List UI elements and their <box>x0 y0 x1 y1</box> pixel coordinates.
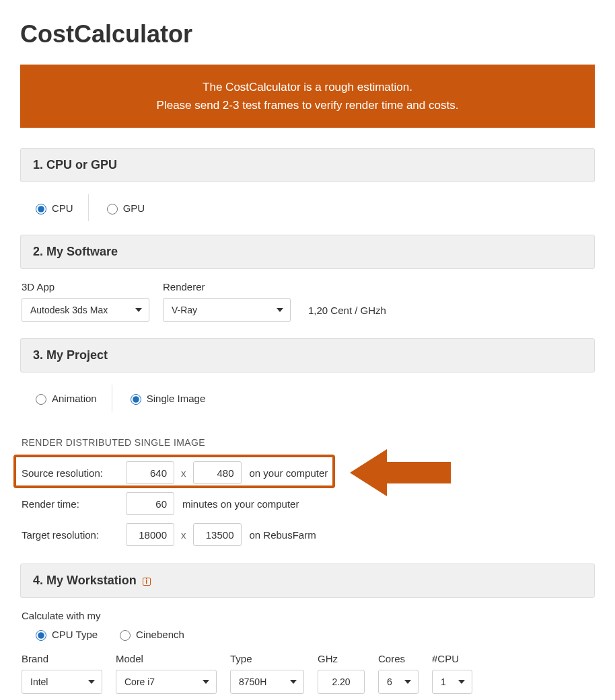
radio-gpu-input[interactable] <box>107 204 118 215</box>
x-separator: x <box>181 467 186 479</box>
info-banner: The CostCalculator is a rough estimation… <box>20 65 595 128</box>
section-4-header: 4. My Workstation i <box>20 563 595 598</box>
radio-cpu-type-label: CPU Type <box>52 629 98 640</box>
render-subheading: RENDER DISTRIBUTED SINGLE IMAGE <box>22 437 595 448</box>
ghz-label: GHz <box>318 653 365 664</box>
radio-cinebench-input[interactable] <box>120 630 131 641</box>
page-title: CostCalculator <box>20 20 595 48</box>
radio-single-image[interactable]: Single Image <box>127 392 206 405</box>
select-brand[interactable]: Intel <box>22 670 102 694</box>
target-width-input[interactable] <box>126 523 174 546</box>
radio-cpu-type-input[interactable] <box>36 630 46 641</box>
brand-label: Brand <box>22 653 102 664</box>
render-time-input[interactable] <box>126 492 174 515</box>
radio-gpu[interactable]: GPU <box>104 202 145 215</box>
select-cores[interactable]: 6 <box>378 670 419 694</box>
type-label: Type <box>230 653 304 664</box>
renderer-label: Renderer <box>163 281 291 293</box>
section-3-header: 3. My Project <box>20 338 595 373</box>
section-4-header-text: 4. My Workstation <box>33 574 137 587</box>
price-text: 1,20 Cent / GHzh <box>308 305 386 316</box>
target-height-input[interactable] <box>193 523 242 546</box>
radio-cpu-type[interactable]: CPU Type <box>32 628 98 641</box>
divider <box>112 385 112 412</box>
target-suffix: on RebusFarm <box>250 529 316 541</box>
model-label: Model <box>116 653 217 664</box>
banner-line2: Please send 2-3 test frames to verify re… <box>34 96 581 114</box>
source-resolution-label: Source resolution: <box>22 467 119 479</box>
section-1-header: 1. CPU or GPU <box>20 148 595 182</box>
divider <box>88 194 89 221</box>
x-separator: x <box>181 529 186 541</box>
ncpu-label: #CPU <box>432 653 472 664</box>
source-height-input[interactable] <box>193 461 242 484</box>
ghz-input[interactable] <box>318 670 365 694</box>
cores-label: Cores <box>378 653 419 664</box>
radio-cpu-input[interactable] <box>36 204 46 215</box>
info-icon[interactable]: i <box>143 578 151 586</box>
select-model[interactable]: Core i7 <box>116 670 217 694</box>
radio-gpu-label: GPU <box>123 202 145 214</box>
radio-cinebench[interactable]: Cinebench <box>116 628 184 641</box>
select-3d-app[interactable]: Autodesk 3ds Max <box>22 298 149 322</box>
radio-cpu[interactable]: CPU <box>32 202 73 215</box>
radio-cpu-label: CPU <box>52 202 73 214</box>
app-label: 3D App <box>22 281 149 293</box>
radio-animation-input[interactable] <box>36 394 46 405</box>
source-suffix: on your computer <box>250 467 328 479</box>
source-width-input[interactable] <box>126 461 174 484</box>
render-time-suffix: minutes on your computer <box>182 498 299 510</box>
select-ncpu[interactable]: 1 <box>432 670 472 694</box>
banner-line1: The CostCalculator is a rough estimation… <box>34 78 581 96</box>
radio-single-image-input[interactable] <box>131 394 141 405</box>
section-2-header: 2. My Software <box>20 235 595 269</box>
select-type[interactable]: 8750H <box>230 670 304 694</box>
target-resolution-label: Target resolution: <box>22 529 119 541</box>
radio-cinebench-label: Cinebench <box>136 629 184 640</box>
radio-animation[interactable]: Animation <box>32 392 97 405</box>
radio-single-image-label: Single Image <box>147 393 206 404</box>
select-renderer[interactable]: V-Ray <box>163 298 291 322</box>
render-time-label: Render time: <box>22 498 119 510</box>
radio-animation-label: Animation <box>52 393 97 404</box>
calculate-with-label: Calculate with my <box>22 610 595 621</box>
